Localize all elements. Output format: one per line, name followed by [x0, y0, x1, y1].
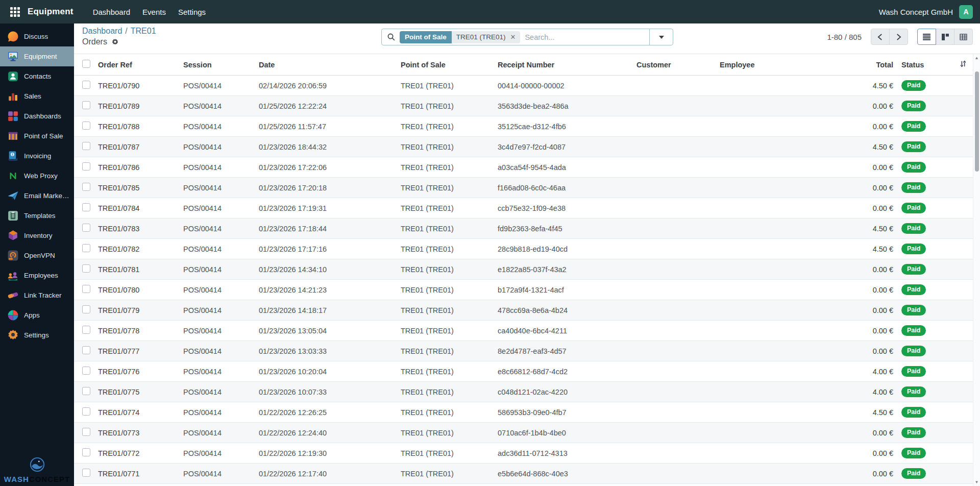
table-row[interactable]: TRE01/0781 POS/00414 01/23/2026 14:34:10…	[74, 259, 980, 280]
row-checkbox-cell	[74, 407, 98, 417]
table-row[interactable]: TRE01/0784 POS/00414 01/23/2026 17:19:31…	[74, 198, 980, 218]
row-checkbox[interactable]	[82, 285, 90, 293]
cell-total: 4.50 €	[868, 408, 897, 417]
cell-receipt-number: e5b6e64d-868c-40e3	[498, 470, 636, 478]
row-checkbox[interactable]	[82, 81, 90, 89]
facet-remove-icon[interactable]: ✕	[510, 34, 516, 40]
header-employee[interactable]: Employee	[720, 61, 868, 69]
sidebar-item-dashboards[interactable]: Dashboards	[0, 106, 74, 126]
row-checkbox[interactable]	[82, 346, 90, 354]
sidebar-item-point-of-sale[interactable]: Point of Sale	[0, 126, 74, 146]
apps-grid-icon[interactable]	[7, 4, 22, 19]
row-checkbox[interactable]	[82, 203, 90, 211]
nav-menu-dashboard[interactable]: Dashboard	[87, 0, 136, 23]
row-checkbox[interactable]	[82, 224, 90, 232]
table-row[interactable]: TRE01/0775 POS/00414 01/23/2026 10:07:33…	[74, 382, 980, 402]
sidebar-item-link-tracker[interactable]: Link Tracker	[0, 285, 74, 305]
pager-range[interactable]: 1-80 / 805	[827, 33, 862, 41]
row-checkbox[interactable]	[82, 101, 90, 109]
table-row[interactable]: TRE01/0773 POS/00414 01/22/2026 12:24:40…	[74, 423, 980, 443]
view-pivot-button[interactable]	[954, 29, 973, 45]
sidebar-item-email-marketing[interactable]: Email Marketing	[0, 186, 74, 206]
header-total[interactable]: Total	[868, 61, 897, 69]
table-row[interactable]: TRE01/0771 POS/00414 01/22/2026 12:17:40…	[74, 464, 980, 484]
sidebar-item-sales[interactable]: Sales	[0, 86, 74, 106]
row-checkbox[interactable]	[82, 244, 90, 252]
table-row[interactable]: TRE01/0785 POS/00414 01/23/2026 17:20:18…	[74, 178, 980, 198]
nav-menu-events[interactable]: Events	[136, 0, 172, 23]
sidebar-item-contacts[interactable]: Contacts	[0, 66, 74, 86]
row-checkbox[interactable]	[82, 305, 90, 313]
table-row[interactable]: TRE01/0789 POS/00414 01/25/2026 12:22:24…	[74, 96, 980, 116]
table-row[interactable]: TRE01/0782 POS/00414 01/23/2026 17:17:16…	[74, 239, 980, 259]
scrollbar-up-icon[interactable]: ▲	[973, 54, 980, 62]
avatar[interactable]: A	[959, 5, 973, 19]
row-checkbox[interactable]	[82, 448, 90, 456]
table-row[interactable]: TRE01/0786 POS/00414 01/23/2026 17:22:06…	[74, 157, 980, 178]
table-row[interactable]: TRE01/0772 POS/00414 01/22/2026 12:19:30…	[74, 443, 980, 464]
pager-previous-button[interactable]	[871, 29, 890, 45]
search-input[interactable]	[525, 33, 649, 41]
sidebar-item-employees[interactable]: Employees	[0, 265, 74, 285]
view-kanban-button[interactable]	[936, 29, 954, 45]
sidebar-item-inventory[interactable]: Inventory	[0, 226, 74, 246]
header-date[interactable]: Date	[259, 61, 401, 69]
header-customer[interactable]: Customer	[636, 61, 720, 69]
cell-point-of-sale: TRE01 (TRE01)	[401, 143, 498, 151]
pager-next-button[interactable]	[889, 29, 908, 45]
row-checkbox[interactable]	[82, 428, 90, 436]
select-all-checkbox[interactable]	[82, 60, 90, 68]
table-row[interactable]: TRE01/0777 POS/00414 01/23/2026 13:03:33…	[74, 341, 980, 361]
sidebar-item-discuss[interactable]: Discuss	[0, 27, 74, 46]
header-status[interactable]: Status	[897, 61, 934, 69]
action-gear-icon[interactable]	[111, 38, 119, 46]
table-row[interactable]: TRE01/0783 POS/00414 01/23/2026 17:18:44…	[74, 218, 980, 239]
row-checkbox[interactable]	[82, 326, 90, 334]
row-checkbox[interactable]	[82, 469, 90, 477]
table-row[interactable]: TRE01/0787 POS/00414 01/23/2026 18:44:32…	[74, 137, 980, 157]
sidebar-item-equipment[interactable]: Equipment	[0, 46, 74, 66]
header-order-ref[interactable]: Order Ref	[98, 61, 183, 69]
table-row[interactable]: TRE01/0790 POS/00414 02/14/2026 20:06:59…	[74, 76, 980, 96]
row-checkbox[interactable]	[82, 387, 90, 395]
sidebar-item-settings[interactable]: Settings	[0, 325, 74, 345]
header-receipt-number[interactable]: Receipt Number	[498, 61, 636, 69]
sidebar-item-templates[interactable]: Templates	[0, 206, 74, 226]
row-checkbox[interactable]	[82, 407, 90, 416]
cell-order-ref: TRE01/0779	[98, 306, 183, 314]
table-row[interactable]: TRE01/0774 POS/00414 01/22/2026 12:26:25…	[74, 402, 980, 423]
scrollbar-down-icon[interactable]: ▼	[973, 478, 980, 486]
row-checkbox[interactable]	[82, 264, 90, 273]
user-menu[interactable]: Wash Concept GmbH	[879, 8, 953, 16]
table-row[interactable]: TRE01/0780 POS/00414 01/23/2026 14:21:23…	[74, 280, 980, 300]
view-list-button[interactable]	[917, 29, 936, 45]
cell-status: Paid	[897, 386, 934, 397]
breadcrumb-dashboard-link[interactable]: Dashboard	[82, 27, 122, 35]
scrollbar-thumb[interactable]	[975, 71, 979, 172]
cell-order-ref: TRE01/0787	[98, 143, 183, 151]
row-checkbox[interactable]	[82, 162, 90, 171]
table-row[interactable]: TRE01/0778 POS/00414 01/23/2026 13:05:04…	[74, 321, 980, 341]
cell-status: Paid	[897, 305, 934, 315]
cell-receipt-number: 586953b3-09e0-4fb7	[498, 408, 636, 417]
status-badge: Paid	[901, 325, 926, 336]
search-dropdown-toggle[interactable]	[649, 29, 673, 45]
row-checkbox[interactable]	[82, 183, 90, 191]
row-checkbox[interactable]	[82, 142, 90, 150]
header-point-of-sale[interactable]: Point of Sale	[401, 61, 498, 69]
sidebar-item-label: Invoicing	[24, 152, 51, 160]
cell-receipt-number: ca40d40e-6bc4-4211	[498, 327, 636, 335]
sidebar-item-web-proxy[interactable]: Web Proxy	[0, 166, 74, 186]
sidebar-item-openvpn[interactable]: OpenVPN	[0, 246, 74, 265]
search-bar: Point of Sale TRE01 (TRE01) ✕	[381, 29, 673, 45]
table-row[interactable]: TRE01/0776 POS/00414 01/23/2026 10:20:04…	[74, 361, 980, 382]
sidebar-item-invoicing[interactable]: Invoicing	[0, 146, 74, 166]
table-row[interactable]: TRE01/0788 POS/00414 01/25/2026 11:57:47…	[74, 116, 980, 137]
cell-status: Paid	[897, 121, 934, 132]
row-checkbox[interactable]	[82, 367, 90, 375]
table-row[interactable]: TRE01/0779 POS/00414 01/23/2026 14:18:17…	[74, 300, 980, 321]
header-session[interactable]: Session	[183, 61, 259, 69]
sidebar-item-apps[interactable]: Apps	[0, 305, 74, 325]
row-checkbox[interactable]	[82, 121, 90, 130]
nav-menu-settings[interactable]: Settings	[172, 0, 212, 23]
